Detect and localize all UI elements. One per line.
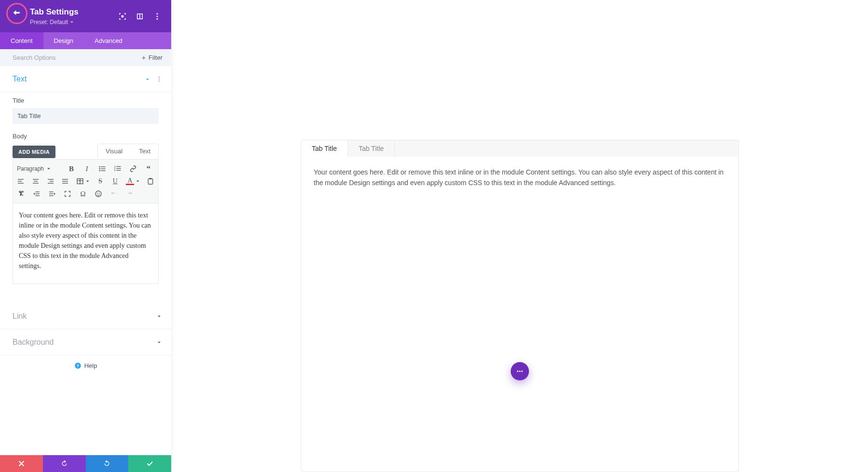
save-button[interactable] [128, 455, 171, 472]
tabs-module: Tab Title Tab Title Your content goes he… [301, 140, 739, 472]
snap-icon[interactable] [118, 12, 127, 21]
svg-point-4 [159, 78, 160, 79]
svg-point-10 [99, 170, 100, 172]
align-right-button[interactable] [46, 177, 54, 186]
expand-panel-icon[interactable] [136, 12, 144, 21]
svg-rect-35 [35, 191, 40, 192]
preset-selector[interactable]: Preset: Default [30, 19, 79, 26]
svg-point-42 [97, 193, 98, 194]
back-button[interactable] [6, 3, 27, 24]
svg-rect-13 [116, 166, 121, 167]
text-color-button[interactable]: A [126, 177, 134, 185]
help-link[interactable]: ? Help [0, 355, 171, 376]
align-left-button[interactable] [17, 177, 25, 186]
svg-rect-39 [49, 193, 54, 194]
quote-button[interactable]: “ [144, 164, 153, 173]
emoji-button[interactable] [94, 189, 103, 198]
indent-button[interactable] [48, 189, 56, 198]
svg-point-2 [157, 18, 158, 19]
mode-visual[interactable]: Visual [98, 144, 130, 158]
redo-history-button[interactable] [86, 455, 129, 472]
footer-bar [0, 455, 171, 472]
svg-rect-11 [101, 170, 105, 171]
chevron-up-icon [144, 76, 151, 82]
cancel-button[interactable] [0, 455, 43, 472]
search-input[interactable] [13, 54, 138, 61]
back-arrow-icon [12, 9, 22, 18]
italic-button[interactable]: I [82, 164, 91, 173]
panel-header: Tab Settings Preset: Default [0, 0, 171, 32]
caret-down-icon [47, 167, 51, 171]
strike-button[interactable]: S [96, 177, 105, 186]
svg-rect-9 [101, 168, 105, 169]
bold-button[interactable]: B [67, 164, 76, 173]
align-justify-button[interactable] [61, 177, 69, 186]
add-media-button[interactable]: ADD MEDIA [13, 146, 55, 158]
tab-design[interactable]: Design [43, 32, 84, 49]
panel-title: Tab Settings [30, 7, 79, 17]
preview-tab-2[interactable]: Tab Title [348, 140, 395, 157]
title-input[interactable] [13, 108, 159, 124]
align-center-button[interactable] [32, 177, 40, 186]
outdent-button[interactable] [32, 189, 41, 198]
svg-rect-25 [50, 181, 54, 181]
svg-point-0 [157, 13, 158, 14]
undo-button[interactable] [109, 189, 118, 198]
undo-icon [60, 459, 68, 468]
section-text: Text Title Body ADD MEDIA Visual Text [0, 66, 171, 303]
section-text-header[interactable]: Text [0, 66, 171, 92]
svg-rect-36 [35, 193, 40, 194]
filter-button[interactable]: Filter [138, 52, 165, 63]
search-row: Filter [0, 49, 171, 66]
link-button[interactable] [129, 164, 137, 173]
svg-point-8 [99, 168, 100, 170]
plus-icon [141, 55, 147, 61]
svg-rect-22 [34, 181, 38, 181]
mode-text[interactable]: Text [131, 144, 158, 158]
svg-text:?: ? [76, 364, 79, 368]
kebab-menu-icon[interactable] [153, 12, 162, 21]
scroll-area: Text Title Body ADD MEDIA Visual Text [0, 66, 171, 455]
svg-rect-19 [18, 181, 22, 181]
svg-rect-26 [48, 183, 54, 183]
bullet-list-button[interactable] [98, 164, 107, 173]
editor-content[interactable]: Your content goes here. Edit or remove t… [13, 203, 159, 284]
body-field: Body ADD MEDIA Visual Text Paragraph [13, 133, 159, 284]
editor-toolbar: Paragraph B I 123 “ [13, 159, 159, 203]
svg-rect-20 [18, 183, 24, 183]
fullscreen-button[interactable] [63, 189, 72, 198]
title-label: Title [13, 97, 159, 104]
svg-point-43 [99, 193, 100, 194]
tab-advanced[interactable]: Advanced [84, 32, 133, 49]
caret-down-icon[interactable] [136, 179, 139, 183]
header-title-box: Tab Settings Preset: Default [30, 7, 79, 26]
svg-rect-23 [33, 183, 39, 183]
tab-content[interactable]: Content [0, 32, 43, 49]
table-button[interactable] [76, 177, 84, 186]
undo-history-button[interactable] [43, 455, 86, 472]
svg-point-48 [521, 371, 523, 372]
ellipsis-icon [515, 367, 524, 376]
svg-rect-28 [62, 181, 68, 181]
clear-format-button[interactable] [17, 189, 26, 198]
caret-down-icon[interactable] [86, 179, 89, 183]
svg-point-1 [157, 15, 158, 17]
svg-rect-17 [116, 170, 121, 171]
title-field: Title [13, 97, 159, 124]
section-background-header[interactable]: Background [0, 329, 171, 355]
kebab-menu-icon[interactable] [156, 76, 163, 82]
special-char-button[interactable]: Ω [79, 189, 87, 198]
format-select[interactable]: Paragraph [17, 165, 60, 172]
underline-button[interactable]: U [111, 177, 120, 186]
preview-tab-1[interactable]: Tab Title [301, 140, 348, 157]
redo-button[interactable] [125, 189, 134, 198]
svg-point-41 [95, 191, 101, 197]
number-list-button[interactable]: 123 [113, 164, 122, 173]
paste-button[interactable] [146, 177, 154, 186]
svg-rect-27 [62, 179, 68, 179]
svg-rect-37 [35, 195, 40, 196]
floating-action-button[interactable] [511, 362, 529, 380]
section-link-header[interactable]: Link [0, 303, 171, 329]
chevron-down-icon [156, 313, 163, 320]
svg-point-3 [159, 76, 160, 77]
